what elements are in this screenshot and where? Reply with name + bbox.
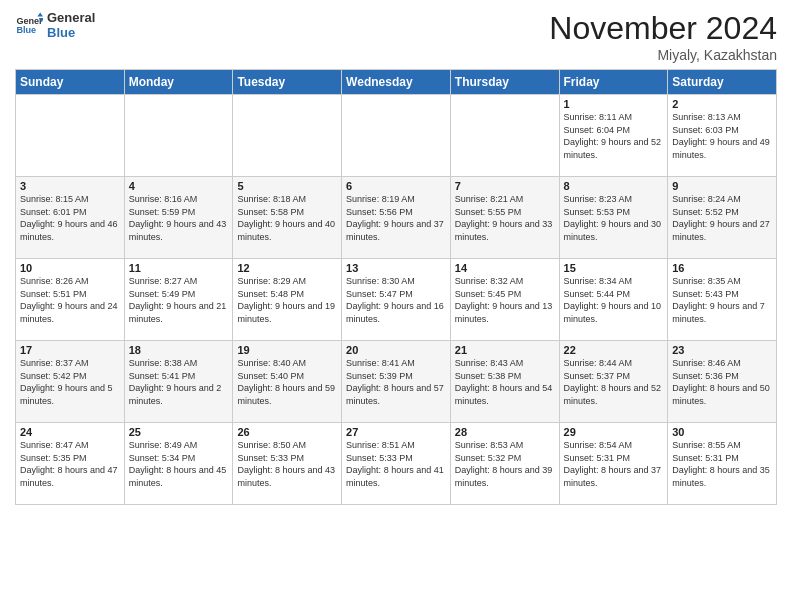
calendar-cell: 1Sunrise: 8:11 AM Sunset: 6:04 PM Daylig… bbox=[559, 95, 668, 177]
day-info: Sunrise: 8:26 AM Sunset: 5:51 PM Dayligh… bbox=[20, 275, 120, 325]
calendar-cell: 5Sunrise: 8:18 AM Sunset: 5:58 PM Daylig… bbox=[233, 177, 342, 259]
day-info: Sunrise: 8:54 AM Sunset: 5:31 PM Dayligh… bbox=[564, 439, 664, 489]
calendar-cell: 10Sunrise: 8:26 AM Sunset: 5:51 PM Dayli… bbox=[16, 259, 125, 341]
day-number: 29 bbox=[564, 426, 664, 438]
day-info: Sunrise: 8:46 AM Sunset: 5:36 PM Dayligh… bbox=[672, 357, 772, 407]
calendar-cell: 24Sunrise: 8:47 AM Sunset: 5:35 PM Dayli… bbox=[16, 423, 125, 505]
calendar-cell: 22Sunrise: 8:44 AM Sunset: 5:37 PM Dayli… bbox=[559, 341, 668, 423]
day-info: Sunrise: 8:29 AM Sunset: 5:48 PM Dayligh… bbox=[237, 275, 337, 325]
calendar-cell: 15Sunrise: 8:34 AM Sunset: 5:44 PM Dayli… bbox=[559, 259, 668, 341]
day-number: 1 bbox=[564, 98, 664, 110]
calendar-cell: 28Sunrise: 8:53 AM Sunset: 5:32 PM Dayli… bbox=[450, 423, 559, 505]
day-info: Sunrise: 8:44 AM Sunset: 5:37 PM Dayligh… bbox=[564, 357, 664, 407]
day-info: Sunrise: 8:19 AM Sunset: 5:56 PM Dayligh… bbox=[346, 193, 446, 243]
day-number: 20 bbox=[346, 344, 446, 356]
calendar-cell: 8Sunrise: 8:23 AM Sunset: 5:53 PM Daylig… bbox=[559, 177, 668, 259]
calendar-cell: 3Sunrise: 8:15 AM Sunset: 6:01 PM Daylig… bbox=[16, 177, 125, 259]
day-info: Sunrise: 8:27 AM Sunset: 5:49 PM Dayligh… bbox=[129, 275, 229, 325]
day-info: Sunrise: 8:30 AM Sunset: 5:47 PM Dayligh… bbox=[346, 275, 446, 325]
day-number: 11 bbox=[129, 262, 229, 274]
calendar-cell: 30Sunrise: 8:55 AM Sunset: 5:31 PM Dayli… bbox=[668, 423, 777, 505]
calendar-body: 1Sunrise: 8:11 AM Sunset: 6:04 PM Daylig… bbox=[16, 95, 777, 505]
calendar-cell: 17Sunrise: 8:37 AM Sunset: 5:42 PM Dayli… bbox=[16, 341, 125, 423]
logo: General Blue General Blue bbox=[15, 10, 95, 40]
calendar-cell: 11Sunrise: 8:27 AM Sunset: 5:49 PM Dayli… bbox=[124, 259, 233, 341]
day-info: Sunrise: 8:21 AM Sunset: 5:55 PM Dayligh… bbox=[455, 193, 555, 243]
day-info: Sunrise: 8:23 AM Sunset: 5:53 PM Dayligh… bbox=[564, 193, 664, 243]
day-number: 6 bbox=[346, 180, 446, 192]
calendar-cell: 16Sunrise: 8:35 AM Sunset: 5:43 PM Dayli… bbox=[668, 259, 777, 341]
logo-general: General bbox=[47, 10, 95, 25]
calendar-cell: 9Sunrise: 8:24 AM Sunset: 5:52 PM Daylig… bbox=[668, 177, 777, 259]
svg-text:Blue: Blue bbox=[16, 25, 36, 35]
calendar-cell bbox=[342, 95, 451, 177]
weekday-header-wednesday: Wednesday bbox=[342, 70, 451, 95]
week-row-5: 24Sunrise: 8:47 AM Sunset: 5:35 PM Dayli… bbox=[16, 423, 777, 505]
weekday-header-friday: Friday bbox=[559, 70, 668, 95]
day-number: 4 bbox=[129, 180, 229, 192]
page-header: General Blue General Blue November 2024 … bbox=[15, 10, 777, 63]
location: Miyaly, Kazakhstan bbox=[549, 47, 777, 63]
day-info: Sunrise: 8:18 AM Sunset: 5:58 PM Dayligh… bbox=[237, 193, 337, 243]
day-info: Sunrise: 8:32 AM Sunset: 5:45 PM Dayligh… bbox=[455, 275, 555, 325]
weekday-header-thursday: Thursday bbox=[450, 70, 559, 95]
calendar-cell: 2Sunrise: 8:13 AM Sunset: 6:03 PM Daylig… bbox=[668, 95, 777, 177]
title-block: November 2024 Miyaly, Kazakhstan bbox=[549, 10, 777, 63]
calendar-cell: 21Sunrise: 8:43 AM Sunset: 5:38 PM Dayli… bbox=[450, 341, 559, 423]
svg-marker-2 bbox=[37, 12, 43, 16]
day-number: 24 bbox=[20, 426, 120, 438]
calendar-table: SundayMondayTuesdayWednesdayThursdayFrid… bbox=[15, 69, 777, 505]
day-number: 10 bbox=[20, 262, 120, 274]
week-row-2: 3Sunrise: 8:15 AM Sunset: 6:01 PM Daylig… bbox=[16, 177, 777, 259]
day-info: Sunrise: 8:15 AM Sunset: 6:01 PM Dayligh… bbox=[20, 193, 120, 243]
day-number: 12 bbox=[237, 262, 337, 274]
day-number: 16 bbox=[672, 262, 772, 274]
logo-blue: Blue bbox=[47, 25, 95, 40]
day-info: Sunrise: 8:11 AM Sunset: 6:04 PM Dayligh… bbox=[564, 111, 664, 161]
day-info: Sunrise: 8:24 AM Sunset: 5:52 PM Dayligh… bbox=[672, 193, 772, 243]
calendar-cell: 12Sunrise: 8:29 AM Sunset: 5:48 PM Dayli… bbox=[233, 259, 342, 341]
day-info: Sunrise: 8:35 AM Sunset: 5:43 PM Dayligh… bbox=[672, 275, 772, 325]
week-row-4: 17Sunrise: 8:37 AM Sunset: 5:42 PM Dayli… bbox=[16, 341, 777, 423]
day-number: 23 bbox=[672, 344, 772, 356]
week-row-3: 10Sunrise: 8:26 AM Sunset: 5:51 PM Dayli… bbox=[16, 259, 777, 341]
day-number: 21 bbox=[455, 344, 555, 356]
day-info: Sunrise: 8:50 AM Sunset: 5:33 PM Dayligh… bbox=[237, 439, 337, 489]
day-number: 19 bbox=[237, 344, 337, 356]
day-number: 5 bbox=[237, 180, 337, 192]
day-info: Sunrise: 8:16 AM Sunset: 5:59 PM Dayligh… bbox=[129, 193, 229, 243]
calendar-cell: 6Sunrise: 8:19 AM Sunset: 5:56 PM Daylig… bbox=[342, 177, 451, 259]
day-number: 17 bbox=[20, 344, 120, 356]
calendar-cell bbox=[124, 95, 233, 177]
day-info: Sunrise: 8:41 AM Sunset: 5:39 PM Dayligh… bbox=[346, 357, 446, 407]
calendar-cell: 7Sunrise: 8:21 AM Sunset: 5:55 PM Daylig… bbox=[450, 177, 559, 259]
svg-text:General: General bbox=[16, 16, 43, 26]
weekday-header-row: SundayMondayTuesdayWednesdayThursdayFrid… bbox=[16, 70, 777, 95]
calendar-cell bbox=[233, 95, 342, 177]
weekday-header-tuesday: Tuesday bbox=[233, 70, 342, 95]
day-number: 27 bbox=[346, 426, 446, 438]
month-title: November 2024 bbox=[549, 10, 777, 47]
day-number: 22 bbox=[564, 344, 664, 356]
day-info: Sunrise: 8:53 AM Sunset: 5:32 PM Dayligh… bbox=[455, 439, 555, 489]
calendar-cell: 14Sunrise: 8:32 AM Sunset: 5:45 PM Dayli… bbox=[450, 259, 559, 341]
day-info: Sunrise: 8:51 AM Sunset: 5:33 PM Dayligh… bbox=[346, 439, 446, 489]
day-info: Sunrise: 8:38 AM Sunset: 5:41 PM Dayligh… bbox=[129, 357, 229, 407]
day-number: 13 bbox=[346, 262, 446, 274]
calendar-cell bbox=[16, 95, 125, 177]
weekday-header-saturday: Saturday bbox=[668, 70, 777, 95]
day-number: 14 bbox=[455, 262, 555, 274]
day-info: Sunrise: 8:37 AM Sunset: 5:42 PM Dayligh… bbox=[20, 357, 120, 407]
day-number: 30 bbox=[672, 426, 772, 438]
logo-icon: General Blue bbox=[15, 11, 43, 39]
day-info: Sunrise: 8:47 AM Sunset: 5:35 PM Dayligh… bbox=[20, 439, 120, 489]
day-number: 28 bbox=[455, 426, 555, 438]
day-info: Sunrise: 8:43 AM Sunset: 5:38 PM Dayligh… bbox=[455, 357, 555, 407]
calendar-cell: 19Sunrise: 8:40 AM Sunset: 5:40 PM Dayli… bbox=[233, 341, 342, 423]
calendar-cell bbox=[450, 95, 559, 177]
weekday-header-sunday: Sunday bbox=[16, 70, 125, 95]
calendar-cell: 18Sunrise: 8:38 AM Sunset: 5:41 PM Dayli… bbox=[124, 341, 233, 423]
calendar-cell: 20Sunrise: 8:41 AM Sunset: 5:39 PM Dayli… bbox=[342, 341, 451, 423]
calendar-cell: 25Sunrise: 8:49 AM Sunset: 5:34 PM Dayli… bbox=[124, 423, 233, 505]
calendar-cell: 29Sunrise: 8:54 AM Sunset: 5:31 PM Dayli… bbox=[559, 423, 668, 505]
